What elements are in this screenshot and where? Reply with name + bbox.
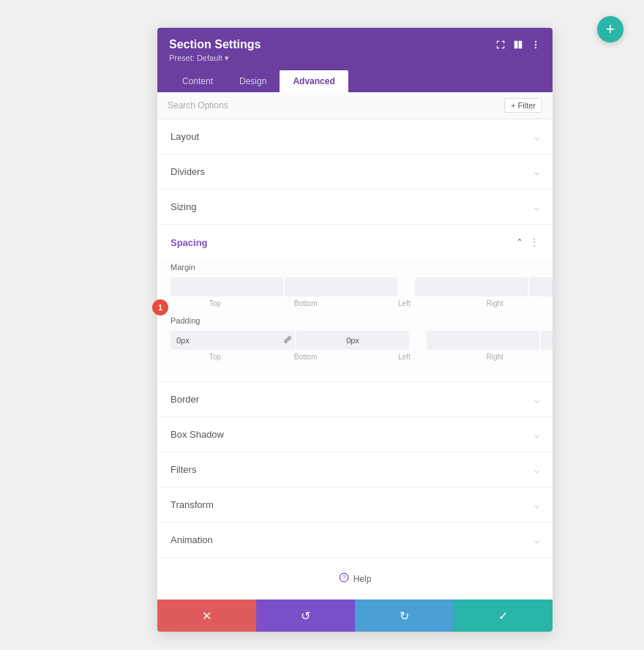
section-border-label: Border [171,394,199,405]
svg-point-2 [535,47,536,48]
spacing-more-icon[interactable]: ⋮ [529,236,539,248]
help-icon[interactable]: ? [339,572,349,585]
margin-left-input[interactable] [415,277,528,296]
filter-button[interactable]: + Filter [504,98,542,113]
section-sizing-header[interactable]: Sizing ⌵ [157,190,553,224]
section-sizing-label: Sizing [171,201,196,212]
section-animation-label: Animation [171,534,213,545]
panel-preset[interactable]: Preset: Default ▾ [169,53,541,63]
chevron-down-icon: ⌵ [534,132,539,142]
section-layout-header[interactable]: Layout ⌵ [157,119,553,154]
section-layout-label: Layout [171,131,199,142]
section-settings-panel: Section Settings P [157,28,553,632]
padding-bottom-label: Bottom [261,353,351,361]
section-spacing-header[interactable]: Spacing ⌃ ⋮ [157,225,553,260]
search-options-text[interactable]: Search Options [168,100,228,111]
svg-point-1 [535,44,536,45]
section-transform-header[interactable]: Transform ⌵ [157,488,553,522]
section-filters: Filters ⌵ [157,452,553,488]
save-button[interactable]: ✓ [454,599,553,632]
margin-bottom-input[interactable] [285,277,397,296]
padding-top-input[interactable] [171,331,280,350]
padding-right-input[interactable] [541,331,553,350]
section-dividers-header[interactable]: Dividers ⌵ [157,154,553,189]
padding-tb-pair [171,331,409,350]
section-transform: Transform ⌵ [157,488,553,523]
padding-label: Padding [171,316,539,325]
section-transform-label: Transform [171,499,214,510]
margin-left-label: Left [360,299,449,307]
chevron-down-icon: ⌵ [534,167,539,177]
padding-input-row [171,331,539,350]
step-badge: 1 [152,299,168,315]
section-box-shadow-label: Box Shadow [171,429,224,440]
chevron-down-icon: ⌵ [534,202,539,212]
section-filters-header[interactable]: Filters ⌵ [157,452,553,487]
redo-button[interactable]: ↻ [355,599,454,632]
fab-add-button[interactable]: + [597,16,624,42]
tab-content[interactable]: Content [169,70,226,92]
panel-tabs: Content Design Advanced [169,70,541,92]
section-border-header[interactable]: Border ⌵ [157,382,553,416]
padding-right-label: Right [450,353,539,361]
margin-label: Margin [171,263,539,272]
svg-text:?: ? [342,575,345,581]
chevron-down-icon: ⌵ [534,500,539,510]
padding-labels: Top Bottom Left Right [171,353,539,361]
section-box-shadow: Box Shadow ⌵ [157,417,553,452]
tab-design[interactable]: Design [226,70,280,92]
spacing-expanded-content: Margin Top Bottom Left [157,260,553,381]
padding-left-label: Left [360,353,449,361]
section-dividers: Dividers ⌵ [157,154,553,190]
padding-bottom-input[interactable] [296,331,409,350]
reset-button[interactable]: ↺ [256,599,355,632]
panel-footer: ✕ ↺ ↻ ✓ [157,599,553,632]
margin-tb-pair [415,277,553,296]
margin-top-label: Top [171,299,260,307]
section-box-shadow-header[interactable]: Box Shadow ⌵ [157,417,553,452]
help-text: Help [353,574,372,584]
margin-input-row [171,277,539,296]
panel-header-icons [495,40,541,50]
cancel-button[interactable]: ✕ [157,599,256,632]
padding-left-input[interactable] [427,331,539,350]
padding-top-label: Top [171,353,260,361]
tab-advanced[interactable]: Advanced [280,70,348,92]
section-spacing-label: Spacing [171,237,208,248]
chevron-down-icon: ⌵ [534,395,539,405]
margin-top-input[interactable] [171,277,283,296]
chevron-down-icon: ⌵ [534,430,539,440]
margin-bottom-label: Bottom [261,299,351,307]
svg-point-0 [535,41,536,42]
chevron-down-icon: ⌵ [534,535,539,545]
section-spacing-actions: ⌃ ⋮ [516,236,539,248]
padding-lr-pair [427,331,553,350]
search-bar: Search Options + Filter [157,92,553,119]
padding-top-wrapper [171,331,295,350]
section-dividers-label: Dividers [171,166,205,177]
section-filters-label: Filters [171,464,196,475]
margin-labels: Top Bottom Left Right [171,299,539,307]
margin-left-right-pair [171,277,397,296]
margin-right-label: Right [450,299,539,307]
section-spacing: Spacing ⌃ ⋮ Margin [157,225,553,382]
link-icon [280,335,295,345]
chevron-up-icon: ⌃ [516,237,523,247]
section-layout: Layout ⌵ [157,119,553,154]
chevron-down-icon: ⌵ [534,465,539,475]
help-section: ? Help [157,558,553,599]
fullscreen-icon[interactable] [495,40,506,50]
columns-icon[interactable] [513,40,523,50]
section-animation: Animation ⌵ [157,523,553,558]
section-animation-header[interactable]: Animation ⌵ [157,523,553,557]
more-options-icon[interactable] [531,40,541,50]
panel-header: Section Settings P [157,28,553,92]
margin-right-input[interactable] [529,277,553,296]
section-border: Border ⌵ [157,382,553,417]
panel-body: Layout ⌵ Dividers ⌵ Sizing ⌵ Spacing ⌃ [157,119,553,599]
panel-title: Section Settings [169,38,261,51]
section-sizing: Sizing ⌵ [157,190,553,225]
